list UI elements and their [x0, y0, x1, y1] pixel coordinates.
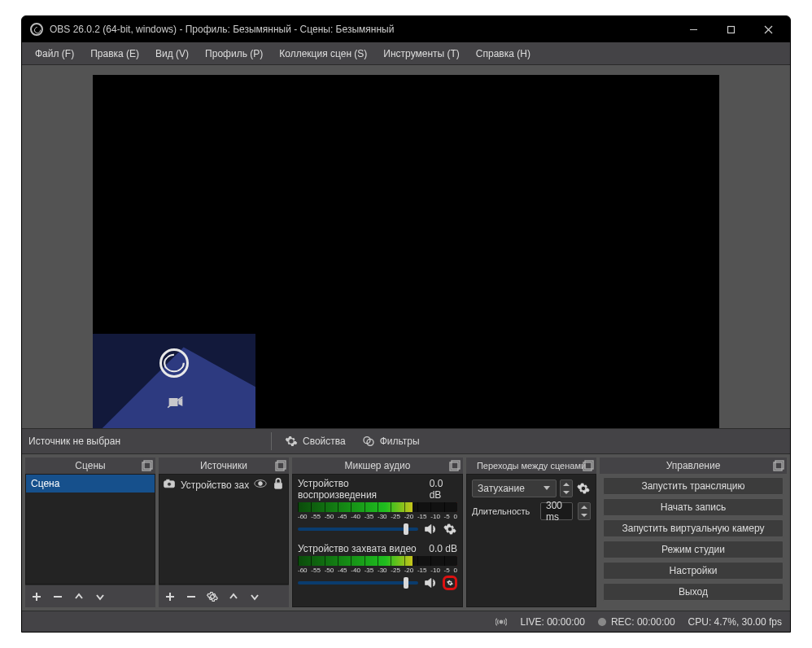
menu-edit[interactable]: Правка (E)	[82, 45, 147, 63]
channel-db: 0.0 dB	[429, 543, 457, 554]
app-window: OBS 26.0.2 (64-bit, windows) - Профиль: …	[21, 15, 791, 633]
audio-mixer-panel: Микшер аудио Устройство воспроизведения0…	[292, 458, 463, 607]
channel-settings-button-highlighted[interactable]	[443, 576, 457, 590]
remove-scene-button[interactable]	[50, 589, 66, 605]
broadcast-icon	[495, 616, 507, 628]
rec-status: REC: 00:00:00	[611, 616, 675, 628]
menu-tools[interactable]: Инструменты (T)	[375, 45, 467, 63]
transitions-panel: Переходы между сценами Затухание Длитель…	[466, 458, 596, 607]
camera-icon	[163, 478, 176, 492]
popout-icon[interactable]	[773, 460, 784, 471]
visibility-toggle[interactable]	[254, 478, 267, 492]
volume-slider[interactable]	[298, 528, 418, 531]
close-button[interactable]	[749, 16, 787, 42]
popout-icon[interactable]	[583, 460, 594, 471]
titlebar[interactable]: OBS 26.0.2 (64-bit, windows) - Профиль: …	[22, 16, 790, 42]
svg-rect-16	[167, 479, 169, 481]
channel-settings-button[interactable]	[443, 522, 457, 536]
obs-logo-icon	[30, 23, 43, 36]
menu-help[interactable]: Справка (H)	[468, 45, 539, 63]
start-streaming-button[interactable]: Запустить трансляцию	[603, 477, 784, 495]
scenes-list[interactable]: Сцена	[25, 474, 155, 585]
scenes-header[interactable]: Сцены	[25, 458, 155, 474]
menu-scene-collection[interactable]: Коллекция сцен (S)	[271, 45, 375, 63]
svg-point-15	[168, 482, 172, 486]
svg-marker-28	[563, 483, 570, 486]
source-thumbnail[interactable]	[93, 334, 255, 428]
sources-panel: Источники Устройство захв...	[159, 458, 289, 607]
source-toolbar: Источник не выбран Свойства Фильтры	[22, 428, 790, 454]
cpu-status: CPU: 4.7%, 30.00 fps	[688, 616, 782, 628]
speaker-icon[interactable]	[423, 576, 438, 590]
transition-select[interactable]: Затухание	[472, 479, 557, 497]
minimize-button[interactable]	[674, 16, 712, 42]
mixer-channel: Устройство захвата видео0.0 dB -60-55-50…	[298, 543, 457, 590]
transitions-header[interactable]: Переходы между сценами	[466, 458, 596, 474]
dock-area: Сцены Сцена Источники Устрой	[22, 454, 790, 611]
mixer-header[interactable]: Микшер аудио	[292, 458, 463, 474]
obs-logo-icon	[159, 348, 189, 378]
popout-icon[interactable]	[142, 460, 153, 471]
svg-marker-27	[544, 486, 550, 490]
window-title: OBS 26.0.2 (64-bit, windows) - Профиль: …	[50, 24, 674, 35]
remove-source-button[interactable]	[183, 589, 199, 605]
svg-point-34	[500, 620, 504, 624]
svg-marker-30	[581, 506, 587, 509]
menu-profile[interactable]: Профиль (P)	[197, 45, 271, 63]
volume-slider[interactable]	[298, 581, 418, 585]
sources-header[interactable]: Источники	[159, 458, 289, 474]
preview-area	[22, 65, 790, 428]
add-source-button[interactable]	[162, 589, 178, 605]
statusbar: LIVE: 00:00:00 REC: 00:00:00 CPU: 4.7%, …	[22, 611, 790, 632]
popout-icon[interactable]	[449, 460, 461, 471]
rec-indicator-icon	[598, 618, 606, 626]
sources-list[interactable]: Устройство захв...	[159, 474, 289, 585]
svg-point-18	[259, 482, 263, 486]
source-down-button[interactable]	[247, 589, 263, 605]
channel-name: Устройство захвата видео	[298, 543, 417, 554]
transition-add-remove[interactable]	[560, 479, 573, 497]
filters-button[interactable]: Фильтры	[354, 432, 428, 450]
studio-mode-button[interactable]: Режим студии	[603, 541, 784, 558]
source-settings-button[interactable]	[204, 589, 220, 605]
channel-name: Устройство воспроизведения	[298, 478, 430, 501]
controls-panel: Управление Запустить трансляцию Начать з…	[600, 458, 787, 607]
maximize-button[interactable]	[712, 16, 749, 42]
live-status: LIVE: 00:00:00	[520, 616, 584, 628]
transition-settings-button[interactable]	[576, 481, 591, 496]
exit-button[interactable]: Выход	[603, 583, 784, 601]
channel-db: 0.0 dB	[430, 478, 457, 501]
menu-file[interactable]: Файл (F)	[27, 45, 82, 63]
vu-meter	[298, 556, 457, 566]
start-recording-button[interactable]: Начать запись	[603, 498, 784, 516]
mixer-channel: Устройство воспроизведения0.0 dB -60-55-…	[298, 478, 457, 536]
menu-view[interactable]: Вид (V)	[147, 45, 197, 63]
svg-rect-19	[275, 483, 282, 488]
no-camera-icon	[168, 396, 184, 411]
duration-input[interactable]: 300 ms	[540, 502, 573, 520]
source-up-button[interactable]	[225, 589, 242, 605]
duration-spinner[interactable]	[578, 502, 591, 520]
speaker-icon[interactable]	[423, 522, 438, 536]
svg-marker-31	[581, 514, 587, 517]
scene-down-button[interactable]	[92, 589, 108, 605]
scene-up-button[interactable]	[71, 589, 87, 605]
chevron-down-icon	[543, 483, 551, 494]
properties-button[interactable]: Свойства	[277, 432, 354, 450]
source-item[interactable]: Устройство захв...	[159, 475, 288, 495]
duration-label: Длительность	[472, 506, 535, 516]
scene-item[interactable]: Сцена	[26, 475, 155, 493]
menubar: Файл (F) Правка (E) Вид (V) Профиль (P) …	[22, 42, 790, 65]
start-virtualcam-button[interactable]: Запустить виртуальную камеру	[603, 519, 784, 537]
add-scene-button[interactable]	[28, 589, 45, 605]
controls-header[interactable]: Управление	[600, 458, 787, 474]
lock-toggle[interactable]	[272, 478, 285, 492]
no-source-label: Источник не выбран	[28, 436, 266, 447]
vu-meter	[298, 502, 457, 512]
popout-icon[interactable]	[275, 460, 286, 471]
settings-button[interactable]: Настройки	[603, 562, 784, 580]
preview-canvas[interactable]	[93, 75, 719, 428]
scenes-panel: Сцены Сцена	[25, 458, 155, 607]
svg-rect-1	[727, 26, 734, 33]
svg-marker-29	[563, 491, 570, 494]
